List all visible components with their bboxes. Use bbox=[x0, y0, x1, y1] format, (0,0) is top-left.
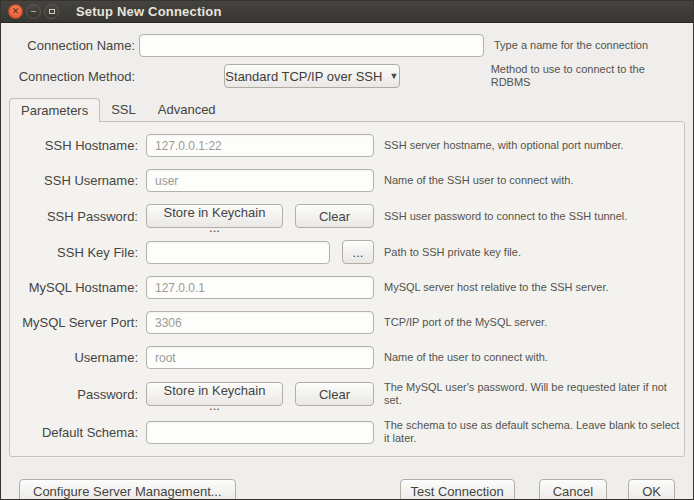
ssh-key-file-label: SSH Key File: bbox=[11, 245, 138, 260]
ssh-username-row: SSH Username: Name of the SSH user to co… bbox=[10, 169, 684, 192]
ssh-username-label: SSH Username: bbox=[11, 173, 138, 188]
connection-name-row: Connection Name: Type a name for the con… bbox=[9, 34, 685, 57]
ssh-password-store-keychain-button[interactable]: Store in Keychain ... bbox=[146, 204, 283, 228]
default-schema-row: Default Schema: The schema to use as def… bbox=[10, 419, 684, 445]
close-window-icon[interactable]: ✕ bbox=[8, 4, 23, 19]
password-clear-button[interactable]: Clear bbox=[295, 382, 374, 406]
username-input[interactable] bbox=[146, 346, 374, 369]
ssh-password-hint: SSH user password to connect to the SSH … bbox=[384, 210, 627, 223]
username-row: Username: Name of the user to connect wi… bbox=[10, 346, 684, 369]
tab-advanced[interactable]: Advanced bbox=[147, 98, 227, 121]
default-schema-input[interactable] bbox=[146, 421, 374, 444]
password-hint: The MySQL user's password. Will be reque… bbox=[384, 381, 680, 407]
titlebar: ✕ – Setup New Connection bbox=[1, 1, 693, 23]
ssh-password-label: SSH Password: bbox=[11, 209, 138, 224]
tab-ssl[interactable]: SSL bbox=[100, 98, 147, 121]
ssh-password-row: SSH Password: Store in Keychain ... Clea… bbox=[10, 204, 684, 228]
setup-new-connection-dialog: ✕ – Setup New Connection Connection Name… bbox=[0, 0, 694, 500]
chevron-down-icon: ▼ bbox=[389, 71, 398, 81]
mysql-server-port-row: MySQL Server Port: TCP/IP port of the My… bbox=[10, 311, 684, 334]
test-connection-button[interactable]: Test Connection bbox=[400, 479, 515, 500]
connection-method-dropdown[interactable]: Standard TCP/IP over SSH ▼ bbox=[224, 64, 400, 88]
password-row: Password: Store in Keychain ... Clear Th… bbox=[10, 381, 684, 407]
username-label: Username: bbox=[11, 350, 138, 365]
cancel-button[interactable]: Cancel bbox=[539, 479, 607, 500]
tab-parameters[interactable]: Parameters bbox=[9, 98, 100, 122]
mysql-server-port-input[interactable] bbox=[146, 311, 374, 334]
ssh-key-file-input[interactable] bbox=[146, 241, 330, 264]
mysql-hostname-hint: MySQL server host relative to the SSH se… bbox=[384, 281, 609, 294]
connection-name-label: Connection Name: bbox=[9, 38, 135, 53]
connection-name-hint: Type a name for the connection bbox=[494, 39, 648, 52]
ssh-hostname-hint: SSH server hostname, with optional port … bbox=[384, 139, 624, 152]
password-label: Password: bbox=[11, 387, 138, 402]
window-title: Setup New Connection bbox=[76, 4, 222, 19]
ssh-username-input[interactable] bbox=[146, 169, 374, 192]
configure-server-management-button[interactable]: Configure Server Management... bbox=[19, 479, 236, 500]
default-schema-label: Default Schema: bbox=[11, 425, 138, 440]
ssh-hostname-label: SSH Hostname: bbox=[11, 138, 138, 153]
mysql-server-port-hint: TCP/IP port of the MySQL server. bbox=[384, 316, 547, 329]
password-store-keychain-button[interactable]: Store in Keychain ... bbox=[146, 382, 283, 406]
connection-method-row: Connection Method: Standard TCP/IP over … bbox=[9, 63, 685, 89]
username-hint: Name of the user to connect with. bbox=[384, 351, 548, 364]
mysql-hostname-label: MySQL Hostname: bbox=[11, 280, 138, 295]
ssh-password-clear-button[interactable]: Clear bbox=[295, 204, 374, 228]
dialog-footer: Configure Server Management... Test Conn… bbox=[9, 479, 685, 500]
connection-method-value: Standard TCP/IP over SSH bbox=[225, 69, 382, 84]
ssh-key-file-hint: Path to SSH private key file. bbox=[384, 246, 521, 259]
connection-name-input[interactable] bbox=[139, 34, 484, 57]
default-schema-hint: The schema to use as default schema. Lea… bbox=[384, 419, 680, 445]
ssh-hostname-input[interactable] bbox=[146, 134, 374, 157]
tab-bar: Parameters SSL Advanced bbox=[9, 98, 685, 121]
ssh-hostname-row: SSH Hostname: SSH server hostname, with … bbox=[10, 134, 684, 157]
mysql-hostname-row: MySQL Hostname: MySQL server host relati… bbox=[10, 276, 684, 299]
maximize-window-icon[interactable] bbox=[44, 4, 59, 19]
connection-method-label: Connection Method: bbox=[9, 69, 135, 84]
ssh-key-file-browse-button[interactable]: ... bbox=[342, 240, 374, 264]
mysql-server-port-label: MySQL Server Port: bbox=[11, 315, 138, 330]
ssh-key-file-row: SSH Key File: ... Path to SSH private ke… bbox=[10, 240, 684, 264]
parameters-panel: SSH Hostname: SSH server hostname, with … bbox=[9, 121, 685, 457]
connection-method-hint: Method to use to connect to the RDBMS bbox=[491, 63, 685, 89]
ok-button[interactable]: OK bbox=[628, 479, 675, 500]
ssh-username-hint: Name of the SSH user to connect with. bbox=[384, 174, 574, 187]
minimize-window-icon[interactable]: – bbox=[26, 4, 41, 19]
mysql-hostname-input[interactable] bbox=[146, 276, 374, 299]
